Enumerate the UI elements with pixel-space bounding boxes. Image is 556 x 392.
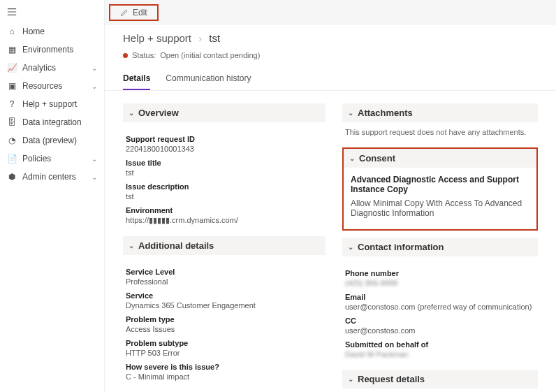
nav-resources[interactable]: ▣ Resources ⌄ bbox=[0, 77, 104, 95]
label-problem-type: Problem type bbox=[126, 315, 323, 324]
value-environment: https://▮▮▮▮▮.crm.dynamics.com/ bbox=[126, 216, 323, 225]
breadcrumb-current: tst bbox=[209, 32, 220, 44]
integration-icon: 🗄 bbox=[7, 117, 17, 127]
resources-icon: ▣ bbox=[7, 81, 17, 91]
value-cc: user@constoso.com bbox=[345, 326, 535, 335]
status-value: Open (initial contact pending) bbox=[160, 51, 260, 59]
section-contact-body: Phone number (425) 956-9999 Email user@c… bbox=[342, 256, 538, 367]
hamburger-icon[interactable] bbox=[0, 4, 104, 20]
nav-data-integration[interactable]: 🗄 Data integration bbox=[0, 113, 104, 131]
section-additional-body: Service Level Professional Service Dynam… bbox=[123, 255, 325, 389]
label-request-id: Support request ID bbox=[126, 135, 323, 143]
nav-label: Data (preview) bbox=[22, 136, 77, 145]
support-icon: ? bbox=[7, 99, 17, 109]
pencil-icon bbox=[120, 8, 129, 17]
nav-home[interactable]: ⌂ Home bbox=[0, 22, 104, 41]
section-additional-header[interactable]: ⌄ Additional details bbox=[123, 236, 325, 255]
sidebar: ⌂ Home ▦ Environments 📈 Analytics ⌄ ▣ Re… bbox=[0, 0, 105, 392]
value-issue-title: tst bbox=[126, 168, 323, 177]
env-icon: ▦ bbox=[7, 45, 17, 55]
consent-subtitle: Allow Minimal Copy With Access To Advanc… bbox=[351, 198, 529, 218]
label-email: Email bbox=[345, 293, 535, 301]
status-row: Status: Open (initial contact pending) bbox=[123, 51, 538, 59]
label-environment: Environment bbox=[126, 206, 323, 215]
value-email: user@constoso.com (preferred way of comm… bbox=[345, 303, 535, 311]
col-left: ⌄ Overview Support request ID 2204180010… bbox=[123, 101, 325, 392]
preview-icon: ◔ bbox=[7, 136, 17, 145]
label-issue-title: Issue title bbox=[126, 159, 323, 167]
content: ⌄ Overview Support request ID 2204180010… bbox=[105, 91, 556, 392]
chevron-down-icon: ⌄ bbox=[349, 154, 355, 162]
section-overview-body: Support request ID 2204180010001343 Issu… bbox=[123, 122, 325, 233]
nav-label: Admin centers bbox=[22, 172, 76, 182]
label-phone: Phone number bbox=[345, 269, 535, 277]
main: Edit Help + support › tst Status: Open (… bbox=[105, 0, 556, 392]
nav-label: Help + support bbox=[22, 99, 77, 109]
nav-label: Policies bbox=[22, 154, 51, 164]
home-icon: ⌂ bbox=[7, 27, 17, 36]
value-phone: (425) 956-9999 bbox=[345, 279, 535, 287]
nav-label: Environments bbox=[22, 45, 73, 55]
nav: ⌂ Home ▦ Environments 📈 Analytics ⌄ ▣ Re… bbox=[0, 22, 104, 186]
chevron-down-icon: ⌄ bbox=[92, 64, 97, 72]
nav-analytics[interactable]: 📈 Analytics ⌄ bbox=[0, 59, 104, 77]
value-issue-desc: tst bbox=[126, 192, 323, 201]
chevron-down-icon: ⌄ bbox=[92, 155, 97, 163]
policies-icon: 📄 bbox=[7, 154, 17, 164]
edit-button[interactable]: Edit bbox=[109, 4, 159, 21]
nav-label: Data integration bbox=[22, 117, 82, 127]
chevron-down-icon: ⌄ bbox=[348, 243, 353, 251]
section-title: Request details bbox=[358, 374, 425, 384]
section-consent-body: Advanced Diagnostic Access and Support I… bbox=[344, 168, 536, 229]
section-consent-header[interactable]: ⌄ Consent bbox=[344, 149, 536, 168]
value-problem-type: Access Issues bbox=[126, 325, 323, 333]
value-problem-subtype: HTTP 503 Error bbox=[126, 349, 323, 357]
label-submitted: Submitted on behalf of bbox=[345, 340, 535, 349]
nav-help-support[interactable]: ? Help + support bbox=[0, 95, 104, 113]
breadcrumb-root[interactable]: Help + support bbox=[123, 32, 191, 44]
chevron-down-icon: ⌄ bbox=[92, 82, 97, 90]
label-problem-subtype: Problem subtype bbox=[126, 339, 323, 347]
section-request-header[interactable]: ⌄ Request details bbox=[342, 370, 538, 389]
edit-label: Edit bbox=[133, 8, 147, 17]
value-request-id: 2204180010001343 bbox=[126, 145, 323, 153]
chevron-down-icon: ⌄ bbox=[129, 109, 134, 117]
chevron-down-icon: ⌄ bbox=[129, 242, 134, 249]
section-request-body: Created 04/18/2022 10:03 AM PDT Created … bbox=[342, 389, 538, 392]
consent-title: Advanced Diagnostic Access and Support I… bbox=[351, 175, 529, 194]
label-service: Service bbox=[126, 291, 323, 300]
chevron-down-icon: ⌄ bbox=[348, 109, 353, 117]
section-title: Contact information bbox=[358, 242, 444, 252]
section-attachments-header[interactable]: ⌄ Attachments bbox=[342, 103, 538, 122]
chevron-down-icon: ⌄ bbox=[348, 375, 353, 383]
value-service-level: Professional bbox=[126, 277, 323, 286]
attachments-empty: This support request does not have any a… bbox=[342, 122, 538, 143]
chevron-down-icon: ⌄ bbox=[92, 173, 97, 181]
breadcrumb: Help + support › tst bbox=[123, 32, 538, 44]
breadcrumb-sep: › bbox=[198, 32, 202, 44]
status-label: Status: bbox=[132, 51, 156, 59]
tab-communication-history[interactable]: Communication history bbox=[166, 73, 251, 90]
tabs: Details Communication history bbox=[105, 62, 556, 91]
nav-label: Home bbox=[22, 27, 45, 36]
section-overview-header[interactable]: ⌄ Overview bbox=[123, 103, 325, 122]
label-issue-desc: Issue description bbox=[126, 182, 323, 191]
nav-label: Analytics bbox=[22, 63, 56, 73]
label-severity: How severe is this issue? bbox=[126, 363, 323, 371]
tab-details[interactable]: Details bbox=[123, 73, 150, 90]
status-dot-icon bbox=[123, 53, 128, 58]
label-service-level: Service Level bbox=[126, 268, 323, 276]
consent-highlight: ⌄ Consent Advanced Diagnostic Access and… bbox=[342, 147, 538, 231]
nav-data-preview[interactable]: ◔ Data (preview) bbox=[0, 131, 104, 150]
nav-environments[interactable]: ▦ Environments bbox=[0, 41, 104, 59]
section-title: Consent bbox=[359, 153, 395, 164]
value-service: Dynamics 365 Customer Engagement bbox=[126, 301, 323, 310]
value-severity: C - Minimal impact bbox=[126, 372, 323, 381]
header: Help + support › tst Status: Open (initi… bbox=[105, 25, 556, 62]
col-right: ⌄ Attachments This support request does … bbox=[342, 101, 538, 392]
section-title: Attachments bbox=[358, 108, 413, 118]
section-contact-header[interactable]: ⌄ Contact information bbox=[342, 238, 538, 256]
nav-admin-centers[interactable]: ⬢ Admin centers ⌄ bbox=[0, 168, 104, 186]
nav-policies[interactable]: 📄 Policies ⌄ bbox=[0, 150, 104, 168]
nav-label: Resources bbox=[22, 81, 62, 91]
